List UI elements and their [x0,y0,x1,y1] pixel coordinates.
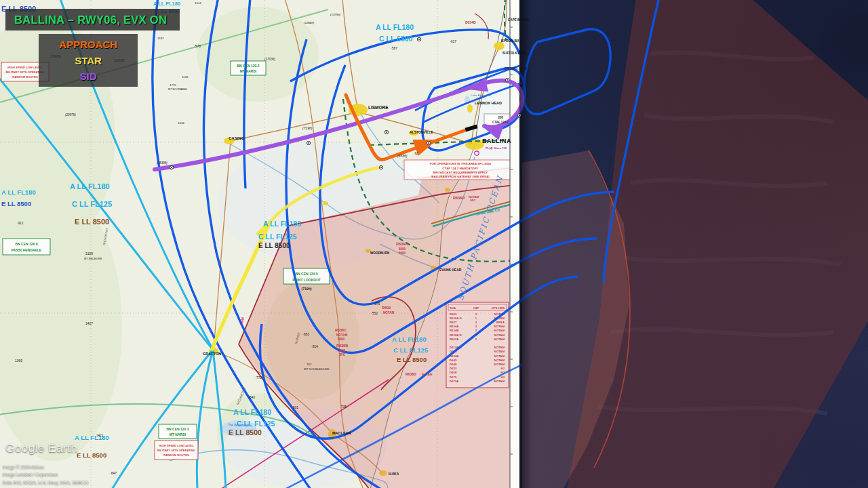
sua-table-cell: NOTAM [494,363,505,366]
chart-label: C LL 6500 [379,35,413,43]
sua-table-cell: R609 [450,312,457,316]
chart-label: ·587 [391,46,397,50]
chart-label: NOTAM [383,311,394,314]
chart-label: (1539ft) [157,161,167,165]
chart-label: R638D [406,372,416,376]
chart-label: 1421 [96,434,104,437]
chart-label: MACLEAN [332,431,351,435]
sua-table-cell: D645 [450,359,457,362]
google-earth-map-canvas[interactable]: SUACATOPS HRSR6093NOTAMR636A-D1NOTAMR627… [0,0,868,488]
chart-label: (1703ft) [264,58,275,61]
sua-table-cell: NOTAM [494,338,505,341]
google-earth-watermark: Google Earth [5,442,77,455]
chart-label: E LL 8500 [75,218,109,226]
chart-label: BN CEN 126.8 [15,242,37,246]
chart-label: MT DOUBLEDUKE [304,367,330,371]
sua-table: SUACATOPS HRSR6093NOTAMR636A-D1NOTAMR627… [446,302,509,388]
chart-label: ·840 [248,395,255,399]
chart-label: RANDOM ROUTES [163,453,189,457]
chart-label: C LL FL125 [258,232,297,241]
chart-label: NOTAM [422,373,433,376]
chart-label: (719ft) [302,126,313,130]
chart-label: CASINO [229,136,245,140]
chart-label: WOODBURN [370,251,390,255]
sua-table-cell: NOTAM [494,325,505,328]
chart-label: PL(4) 16sec 115 [486,146,507,150]
chart-label: ·775 [255,375,262,380]
chart-label: ·617 [450,39,456,43]
chart-label: CTAF 124.2 MANDATORY [443,167,479,170]
chart-label: Lake Ainsworth [471,94,491,97]
chart-label: R609 [382,306,391,310]
chart-label: 8000 [338,338,345,341]
sua-table-cell: D668 [450,371,457,374]
chart-label: ·814 [311,344,318,348]
chart-label: (2097ft) [65,113,76,117]
chart-label: C LL FL125 [72,200,112,208]
chart-label: (719ft) [301,287,311,291]
sua-table-cell: D652 [450,367,457,370]
chart-label: ·847 [110,471,117,475]
chart-label: 8000 [399,247,406,251]
chart-edge-shadow [519,0,532,488]
chart-label: (653ft) [397,154,408,158]
chart-label: E LL 8500 [397,356,427,363]
chart-label: ALSTONVILLE [410,130,433,134]
chart-label: MT NARDI [240,69,257,73]
sua-table-cell: R662A [450,338,458,341]
chart-label: R638A [396,242,408,246]
sua-table-cell: OPS HRS [492,306,505,310]
chart-label: 1634 [178,121,184,125]
chart-label: 1772 [170,83,176,87]
chart-label: 1369 [15,359,22,363]
legend-item-star: STAR [75,56,102,66]
sua-table-cell: D679A [450,380,458,383]
sua-table-cell: D648 [450,363,457,366]
chart-label: R638B [336,344,348,348]
chart-label: R638C [335,328,347,332]
chart-label: ILUKA [389,472,399,476]
sua-table-cell: NOTAM [494,333,505,337]
chart-label: NOTAM [336,333,347,337]
chart-label: BN CEN 120.3 [237,64,259,68]
chart-label: MT BOORABEE [168,88,187,91]
chart-label: MILITARY JETS OPERATING [157,449,196,452]
sua-table-cell: R636A-D [450,317,462,320]
chart-label: 762 [307,363,312,366]
chart-label: GRAFTON [203,352,221,356]
sua-table-cell: NOTAM [494,359,505,362]
chart-label: ·683 [302,332,309,336]
chart-label: 1427 [85,321,93,325]
chart-label: E LL 8500 [1,200,31,207]
chart-label: SFC [339,353,346,357]
chart-label: LENNOX HEAD [475,101,502,105]
page-title: BALLINA – RWY06, EVX ON [14,14,167,26]
attribution-line: Data SIO, NOAA, U.S. Navy, NGA, GEBCO [3,479,88,487]
title-bar: BALLINA – RWY06, EVX ON [5,9,180,30]
chart-label: A LL FL180 [1,188,36,196]
chart-label: MT BELMORE [84,257,102,260]
chart-label: 2159 [85,251,93,256]
chart-label: A LL FL180 [70,182,110,190]
chart-label: ·62 [414,152,418,155]
chart-label: R638D [453,196,465,200]
chart-label: E LL 8500 [77,451,106,459]
sua-table-cell: R634A [450,325,458,328]
legend-item-approach: APPROACH [59,39,117,49]
sua-table-cell: NOTAM [494,329,505,332]
chart-label: D654D [465,20,476,24]
sua-table-cell: D675 [450,375,457,379]
chart-label: E LL 8500 [258,242,290,249]
sua-table-cell: R627 [450,321,457,324]
chart-label: 1614 [195,1,201,5]
chart-label: LISMORE [368,105,389,110]
chart-label: BN CEN 120.3 [166,427,189,431]
attribution-line: Image Landsat / Copernicus [3,471,88,479]
chart-label: ·735 [340,405,347,409]
chart-label: POINT LOOKOUT [292,278,321,282]
chart-label: C LL FL125 [393,346,429,354]
chart-label: A LL FL180 [153,1,180,7]
chart-label: (1244ft) [304,21,315,24]
chart-label: ·601 [292,405,298,409]
chart-label: 1182 [157,37,164,40]
